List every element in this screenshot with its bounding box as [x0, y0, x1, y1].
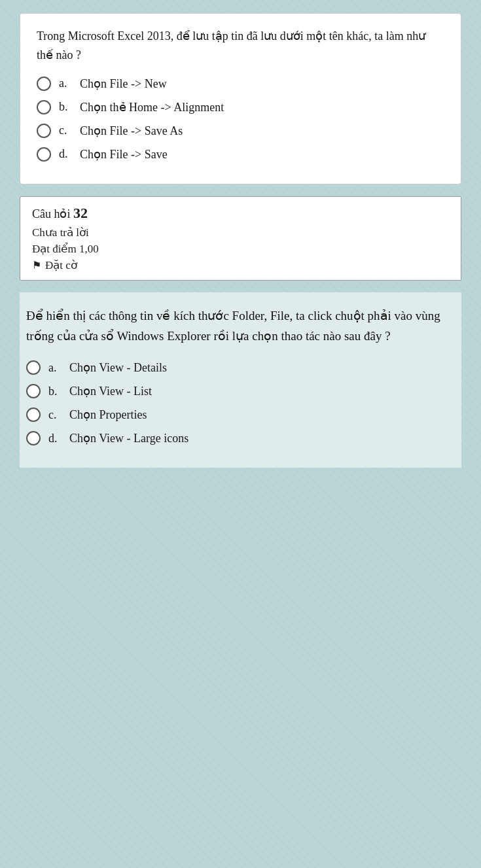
option-32-a[interactable]: a. Chọn View - Details	[26, 360, 455, 375]
question-32-info-card: Câu hỏi 32 Chưa trả lời Đạt điểm 1,00 ⚑ …	[20, 196, 461, 281]
option-32-d[interactable]: d. Chọn View - Large icons	[26, 431, 455, 445]
question-32-options: a. Chọn View - Details b. Chọn View - Li…	[26, 360, 455, 445]
option-letter-31-a: a.	[59, 77, 72, 90]
radio-31-c[interactable]	[37, 124, 51, 138]
option-letter-31-d: d.	[59, 147, 72, 161]
question-flag[interactable]: ⚑ Đặt cờ	[32, 258, 449, 272]
question-31-text: Trong Microsoft Excel 2013, để lưu tập t…	[37, 27, 444, 65]
question-31-card: Trong Microsoft Excel 2013, để lưu tập t…	[20, 13, 461, 184]
radio-31-b[interactable]	[37, 100, 51, 114]
option-31-a[interactable]: a. Chọn File -> New	[37, 77, 444, 91]
option-text-31-a: Chọn File -> New	[80, 77, 167, 91]
radio-32-b[interactable]	[26, 384, 41, 398]
radio-31-a[interactable]	[37, 77, 51, 91]
radio-32-d[interactable]	[26, 431, 41, 445]
radio-31-d[interactable]	[37, 147, 51, 162]
option-letter-32-d: d.	[48, 432, 62, 445]
option-text-31-c: Chọn File -> Save As	[80, 124, 183, 138]
question-number-label: Câu hỏi 32	[32, 205, 449, 222]
radio-32-a[interactable]	[26, 360, 41, 375]
flag-icon: ⚑	[32, 259, 41, 271]
option-letter-32-b: b.	[48, 385, 62, 398]
question-status: Chưa trả lời	[32, 226, 449, 239]
option-31-d[interactable]: d. Chọn File -> Save	[37, 147, 444, 162]
option-text-32-d: Chọn View - Large icons	[69, 431, 188, 445]
option-text-32-b: Chọn View - List	[69, 384, 152, 398]
option-letter-32-a: a.	[48, 361, 62, 375]
question-31-options: a. Chọn File -> New b. Chọn thẻ Home -> …	[37, 77, 444, 162]
option-letter-31-c: c.	[59, 124, 72, 137]
question-score: Đạt điểm 1,00	[32, 242, 449, 256]
option-letter-31-b: b.	[59, 100, 72, 114]
option-32-b[interactable]: b. Chọn View - List	[26, 384, 455, 398]
radio-32-c[interactable]	[26, 408, 41, 422]
option-text-31-d: Chọn File -> Save	[80, 147, 168, 162]
option-text-32-c: Chọn Properties	[69, 408, 147, 422]
option-letter-32-c: c.	[48, 408, 62, 422]
option-text-32-a: Chọn View - Details	[69, 360, 167, 375]
option-31-c[interactable]: c. Chọn File -> Save As	[37, 124, 444, 138]
option-text-31-b: Chọn thẻ Home -> Alignment	[80, 100, 224, 114]
question-32-text: Để hiển thị các thông tin về kích thước …	[26, 305, 455, 347]
option-31-b[interactable]: b. Chọn thẻ Home -> Alignment	[37, 100, 444, 114]
question-32-card: Để hiển thị các thông tin về kích thước …	[20, 292, 461, 468]
option-32-c[interactable]: c. Chọn Properties	[26, 408, 455, 422]
